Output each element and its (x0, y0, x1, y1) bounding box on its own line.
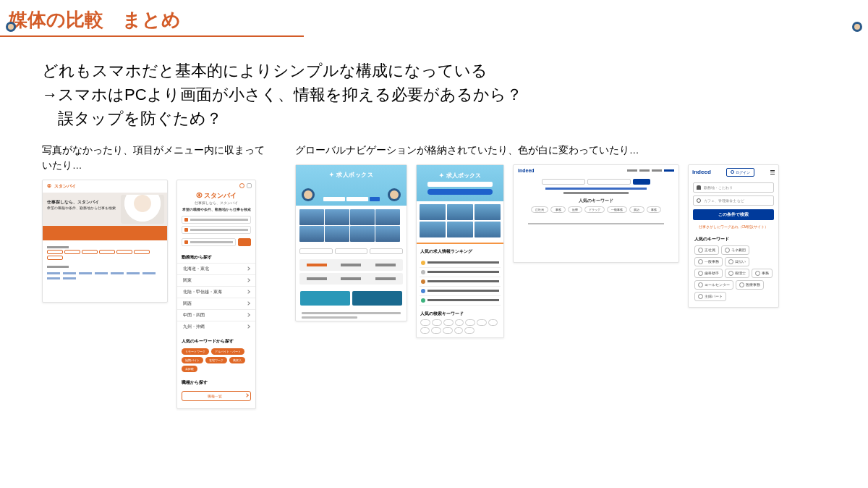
mock-kyujinbox-desktop: ✦ 求人ボックス (295, 164, 407, 321)
mock-stanby-desktop: ⦿スタンバイ 仕事探しなら、スタンバイ希望の職種や条件、勤務地から仕事を検索 (42, 180, 168, 303)
right-caption: グローバルナビゲーションが格納されていたり、色が白に変わっていたり… (295, 143, 845, 159)
lead-line-1: どれもスマホだと基本的によりシンプルな構成になっている (42, 59, 868, 83)
hamburger-icon[interactable] (770, 170, 775, 174)
login-button[interactable]: ログイン (726, 168, 754, 177)
mock-indeed-desktop: indeed 人気のキーワード 正社員 事務 医療 ドラッグ 一般事務 英語 事… (513, 164, 679, 263)
left-caption: 写真がなかったり、項目がメニュー内に収まっていたり… (42, 143, 273, 174)
slide-title: 媒体の比較 まとめ (0, 7, 868, 35)
mock-stanby-mobile: ⦿ スタンバイ 仕事探しなら、スタンバイ 希望の職種や条件、勤務地から仕事を検索… (176, 180, 256, 409)
mock-kyujinbox-mobile: ✦ 求人ボックス 人気の求人情報ランキング (416, 164, 504, 338)
mock-indeed-mobile: indeed ログイン 勤務地・こだわり カフェ、管理栄養士 など この条件で検… (688, 164, 779, 308)
lead-line-3: 誤タップを防ぐため？ (42, 106, 868, 130)
search-button[interactable]: この条件で検索 (693, 209, 774, 220)
lead-line-2: →スマホはPCより画面が小さく、情報を抑える必要があるから？ (42, 83, 868, 106)
location-input[interactable]: 勤務地・こだわり (693, 182, 774, 193)
title-rule (0, 35, 304, 37)
lead-text: どれもスマホだと基本的によりシンプルな構成になっている →スマホはPCより画面が… (42, 59, 868, 130)
keyword-input[interactable]: カフェ、管理栄養士 など (693, 195, 774, 206)
promo-link[interactable]: 仕事さがしにワーグあれ（CM特設サイト） (689, 224, 778, 230)
